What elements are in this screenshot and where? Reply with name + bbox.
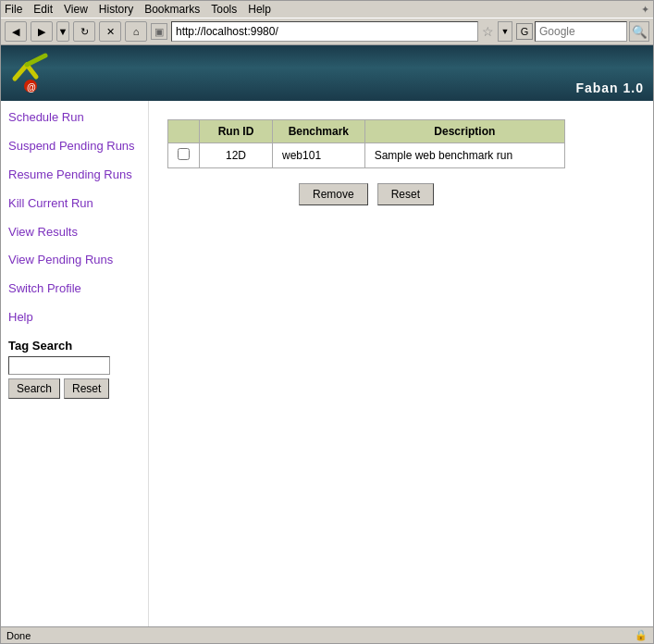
- menu-bar: File Edit View History Bookmarks Tools H…: [1, 1, 653, 18]
- header-banner: @ Faban 1.0: [1, 45, 653, 101]
- status-bar-right: 🔒: [635, 629, 648, 641]
- tag-reset-button[interactable]: Reset: [64, 378, 109, 399]
- home-button[interactable]: ⌂: [125, 21, 147, 42]
- row-description: Sample web benchmark run: [364, 143, 564, 168]
- forward-dropdown-button[interactable]: ▼: [56, 21, 69, 42]
- menu-view[interactable]: View: [64, 3, 88, 16]
- address-icon: ▣: [151, 23, 167, 40]
- row-benchmark: web101: [273, 143, 365, 168]
- sidebar-item-view-pending-runs[interactable]: View Pending Runs: [8, 253, 141, 268]
- col-checkbox: [168, 120, 200, 143]
- menu-bookmarks[interactable]: Bookmarks: [144, 3, 200, 16]
- address-bar-wrap: ▣ ☆ ▼: [151, 21, 512, 42]
- menu-tools[interactable]: Tools: [211, 3, 237, 16]
- status-bar: Done 🔒: [1, 626, 653, 643]
- stop-button[interactable]: ✕: [99, 21, 121, 42]
- tag-search-label: Tag Search: [8, 339, 141, 353]
- tag-search-button[interactable]: Search: [8, 378, 60, 399]
- forward-button[interactable]: ▶: [31, 21, 53, 42]
- col-run-id: Run ID: [200, 120, 273, 143]
- bookmark-star-icon[interactable]: ☆: [482, 24, 494, 39]
- menu-help[interactable]: Help: [248, 3, 271, 16]
- content-area: Run ID Benchmark Description 12D web101: [149, 101, 653, 626]
- google-search-button[interactable]: 🔍: [629, 21, 649, 42]
- sidebar-item-resume-pending-runs[interactable]: Resume Pending Runs: [8, 167, 141, 183]
- back-button[interactable]: ◀: [5, 21, 27, 42]
- address-input[interactable]: [176, 25, 474, 38]
- row-checkbox-cell: [168, 143, 200, 168]
- col-benchmark: Benchmark: [273, 120, 365, 143]
- sidebar-item-switch-profile[interactable]: Switch Profile: [8, 281, 141, 297]
- sidebar-item-view-results[interactable]: View Results: [8, 225, 141, 241]
- google-search-wrap: G 🔍: [516, 21, 649, 42]
- sidebar-item-schedule-run[interactable]: Schedule Run: [8, 110, 141, 126]
- sidebar-item-suspend-pending-runs[interactable]: Suspend Pending Runs: [8, 139, 141, 155]
- tag-search-section: Tag Search Search Reset: [8, 339, 141, 399]
- reset-button[interactable]: Reset: [377, 183, 434, 205]
- header-title: Faban 1.0: [575, 80, 644, 95]
- google-icon: G: [516, 23, 533, 40]
- address-dropdown-button[interactable]: ▼: [498, 21, 512, 42]
- reload-button[interactable]: ↻: [73, 21, 95, 42]
- remove-button[interactable]: Remove: [299, 183, 368, 205]
- row-run-id: 12D: [200, 143, 273, 168]
- address-bar[interactable]: [171, 21, 478, 42]
- sidebar-item-kill-current-run[interactable]: Kill Current Run: [8, 196, 141, 212]
- browser-window: File Edit View History Bookmarks Tools H…: [0, 0, 654, 644]
- action-buttons: Remove Reset: [167, 183, 565, 205]
- tag-search-buttons: Search Reset: [8, 378, 141, 399]
- logo: @: [10, 51, 56, 95]
- runs-table: Run ID Benchmark Description 12D web101: [167, 119, 565, 168]
- row-checkbox[interactable]: [178, 148, 190, 160]
- status-icon: 🔒: [635, 629, 648, 641]
- status-text: Done: [6, 630, 31, 641]
- menu-history[interactable]: History: [99, 3, 133, 16]
- sidebar-item-help[interactable]: Help: [8, 310, 141, 326]
- col-description: Description: [364, 120, 564, 143]
- table-row: 12D web101 Sample web benchmark run: [168, 143, 565, 168]
- menu-edit[interactable]: Edit: [33, 3, 53, 16]
- google-search-input[interactable]: [535, 21, 627, 42]
- browser-content: @ Faban 1.0 Schedule Run Suspend Pending…: [1, 45, 653, 626]
- toolbar: ◀ ▶ ▼ ↻ ✕ ⌂ ▣ ☆ ▼ G 🔍: [1, 18, 653, 45]
- tag-search-input[interactable]: [8, 356, 110, 375]
- sidebar: Schedule Run Suspend Pending Runs Resume…: [1, 101, 149, 626]
- svg-text:@: @: [27, 82, 36, 93]
- menu-file[interactable]: File: [5, 3, 22, 16]
- main-layout: Schedule Run Suspend Pending Runs Resume…: [1, 101, 653, 626]
